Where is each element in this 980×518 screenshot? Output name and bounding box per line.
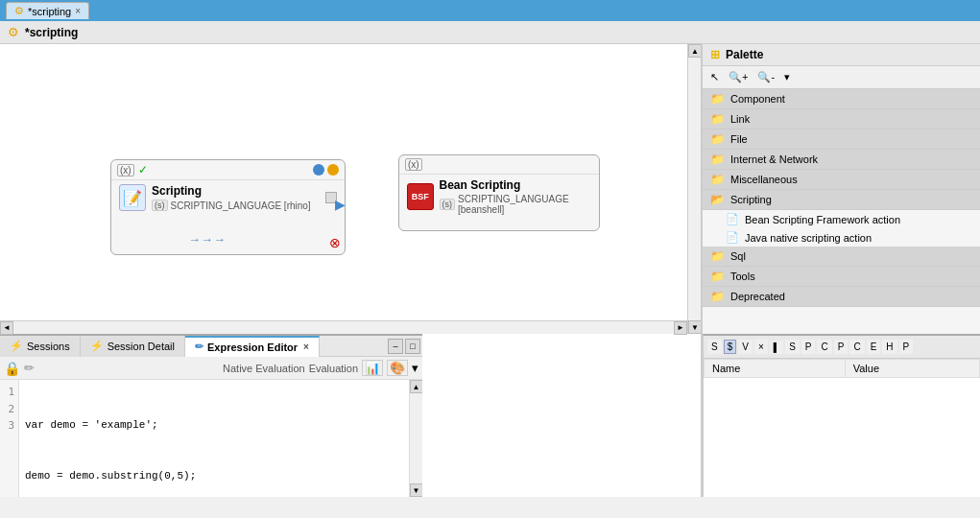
tab-expr-close[interactable]: × — [303, 341, 309, 352]
bean-node-body: BSF Bean Scripting (s) SCRIPTING_LANGUAG… — [399, 175, 599, 219]
scripting-node-edit-icon: 📝 — [119, 184, 146, 211]
br-btn-c1[interactable]: C — [817, 340, 831, 354]
main-layout: ▲ ▼ ◄ ► (x) ✓ — [0, 44, 980, 497]
bean-scripting-node[interactable]: (x) BSF Bean Scripting (s) SCRIPTING_LAN… — [398, 154, 600, 231]
category-inet-header[interactable]: 📁 Internet & Network — [703, 150, 980, 170]
canvas-wrapper: ▲ ▼ ◄ ► (x) ✓ — [0, 44, 701, 334]
palette-menu-btn[interactable]: ▾ — [780, 69, 794, 85]
category-link-header[interactable]: 📁 Link — [703, 109, 980, 130]
br-btn-h[interactable]: H — [882, 340, 896, 354]
tab-icon: ⚙ — [14, 5, 24, 17]
edit-pencil-icon[interactable]: ✏ — [24, 361, 35, 375]
code-editor-body: 1 2 3 var demo = 'example'; demo = demo.… — [0, 380, 409, 497]
bean-node-header: (x) — [399, 155, 599, 175]
category-sql[interactable]: 📁 Sql — [703, 247, 980, 267]
br-btn-bar[interactable]: ▌ — [770, 341, 783, 354]
palette-zoom-out-btn[interactable]: 🔍- — [753, 69, 778, 85]
editor-tab[interactable]: ⚙ *scripting × — [6, 2, 89, 19]
palette-item-java-native[interactable]: 📄 Java native scripting action — [703, 228, 980, 247]
br-btn-s2[interactable]: S — [785, 340, 800, 354]
br-btn-e[interactable]: E — [867, 340, 881, 354]
tab-close-btn[interactable]: × — [75, 6, 81, 16]
bean-bsf-label: BSF — [407, 183, 434, 210]
category-tools[interactable]: 📁 Tools — [703, 267, 980, 287]
bottom-editor-area: ⚡ Sessions ⚡ Session Detail ✏ Expression… — [0, 334, 422, 497]
br-btn-v[interactable]: V — [738, 340, 753, 354]
scripting-node-var-icon: (x) — [117, 164, 134, 177]
bean-framework-label: Bean Scripting Framework action — [745, 214, 900, 225]
code-editor-text[interactable]: var demo = 'example'; demo = demo.substr… — [19, 380, 409, 497]
category-tools-label: Tools — [730, 271, 755, 282]
tab-session-detail[interactable]: ⚡ Session Detail — [81, 336, 185, 357]
minimize-btn[interactable]: – — [388, 339, 403, 354]
category-file-header[interactable]: 📁 File — [703, 130, 980, 150]
category-internet-network[interactable]: 📁 Internet & Network — [703, 150, 980, 170]
code-line-2: demo = demo.substring(0,5); — [25, 468, 403, 485]
category-misc-header[interactable]: 📁 Miscellaneous — [703, 170, 980, 190]
palette-title: Palette — [726, 48, 763, 61]
code-scroll-down[interactable]: ▼ — [410, 483, 423, 497]
vertical-scrollbar[interactable]: ▲ ▼ — [687, 44, 701, 334]
line-num-1: 1 — [4, 384, 14, 401]
br-btn-c2[interactable]: C — [849, 340, 864, 354]
horizontal-scrollbar[interactable]: ◄ ► — [0, 320, 687, 334]
inet-folder-icon: 📁 — [710, 153, 725, 166]
scripting-node-play-btn[interactable]: ▶ — [335, 197, 346, 212]
scroll-left-btn[interactable]: ◄ — [0, 321, 13, 335]
sql-folder-icon: 📁 — [710, 249, 725, 263]
sessions-icon: ⚡ — [10, 340, 23, 352]
category-miscellaneous[interactable]: 📁 Miscellaneous — [703, 170, 980, 190]
category-tools-header[interactable]: 📁 Tools — [703, 267, 980, 287]
col-name: Name — [705, 360, 846, 378]
scripting-node-controls — [313, 164, 339, 176]
br-btn-s1[interactable]: S — [707, 340, 722, 354]
category-sql-label: Sql — [730, 250, 746, 262]
deprecated-folder-icon: 📁 — [710, 290, 725, 303]
category-deprecated[interactable]: 📁 Deprecated — [703, 287, 980, 307]
category-sql-header[interactable]: 📁 Sql — [703, 247, 980, 267]
category-component-label: Component — [730, 93, 785, 105]
scroll-down-btn[interactable]: ▼ — [688, 320, 702, 334]
maximize-btn[interactable]: □ — [405, 339, 420, 354]
br-btn-x[interactable]: × — [754, 340, 768, 354]
category-scripting-header[interactable]: 📂 Scripting — [703, 190, 980, 210]
category-scripting-label: Scripting — [730, 194, 772, 205]
color-icon[interactable]: 🎨 — [387, 360, 408, 376]
scripting-node-header: (x) ✓ — [111, 160, 345, 180]
palette-cursor-btn[interactable]: ↖ — [706, 69, 723, 85]
line-numbers: 1 2 3 — [0, 380, 19, 497]
bean-node-title-area: (x) — [405, 158, 422, 171]
br-btn-p1[interactable]: P — [801, 340, 816, 354]
scripting-node-lang: SCRIPTING_LANGUAGE [rhino] — [171, 200, 311, 211]
tab-label: *scripting — [28, 6, 71, 17]
br-btn-p3[interactable]: P — [899, 340, 914, 354]
category-scripting[interactable]: 📂 Scripting 📄 Bean Scripting Framework a… — [703, 190, 980, 247]
palette-zoom-in-btn[interactable]: 🔍+ — [725, 69, 752, 85]
code-scroll-up[interactable]: ▲ — [410, 380, 423, 393]
br-btn-dollar[interactable]: $ — [724, 340, 737, 354]
tab-expression-editor[interactable]: ✏ Expression Editor × — [185, 336, 320, 357]
category-deprecated-label: Deprecated — [730, 291, 785, 302]
scripting-node[interactable]: (x) ✓ 📝 Scripting (s) SCRIPTING_LANG — [110, 159, 346, 255]
scripting-folder-icon: 📂 — [710, 193, 725, 206]
scroll-right-btn[interactable]: ► — [674, 321, 687, 335]
category-component-header[interactable]: 📁 Component — [703, 89, 980, 109]
tab-sessions[interactable]: ⚡ Sessions — [0, 336, 81, 357]
lock-icon[interactable]: 🔒 — [4, 361, 20, 376]
category-deprecated-header[interactable]: 📁 Deprecated — [703, 287, 980, 307]
code-scroll-y[interactable]: ▲ ▼ — [409, 380, 422, 497]
canvas-area: ▲ ▼ ◄ ► (x) ✓ — [0, 44, 702, 497]
menu-down-icon[interactable]: ▾ — [412, 361, 418, 375]
category-link[interactable]: 📁 Link — [703, 109, 980, 130]
line-num-2: 2 — [4, 401, 14, 418]
chart-icon[interactable]: 📊 — [362, 360, 383, 376]
br-btn-p2[interactable]: P — [834, 340, 849, 354]
category-file[interactable]: 📁 File — [703, 130, 980, 150]
scroll-up-btn[interactable]: ▲ — [688, 44, 702, 58]
category-component[interactable]: 📁 Component — [703, 89, 980, 109]
misc-folder-icon: 📁 — [710, 173, 725, 186]
name-value-table-element: Name Value — [704, 359, 980, 378]
palette-item-bean-framework[interactable]: 📄 Bean Scripting Framework action — [703, 210, 980, 228]
bottom-right-panel: S $ V × ▌ S P C P C E H P Name — [703, 334, 980, 497]
component-folder-icon: 📁 — [710, 92, 725, 106]
